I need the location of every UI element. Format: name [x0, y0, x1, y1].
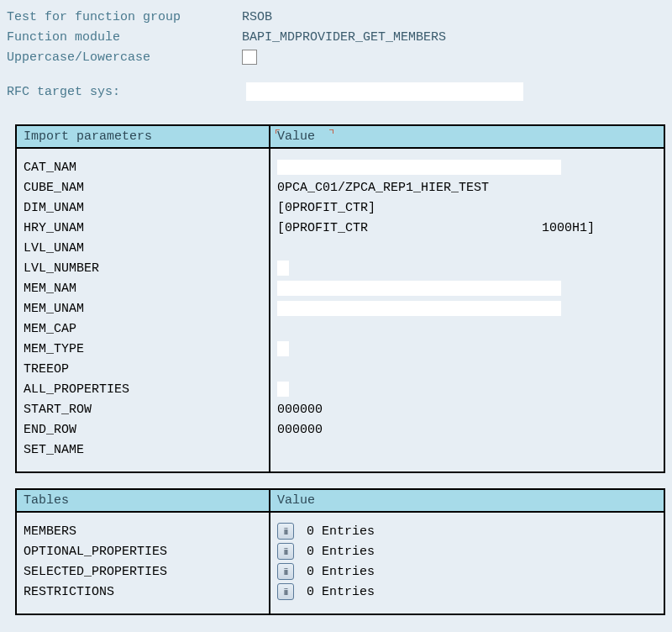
focus-bracket-icon: ⌝	[328, 126, 335, 142]
import-header-row: Import parameters ⌜ Value ⌝	[17, 126, 664, 149]
tables-table: Tables Value MEMBERSOPTIONAL_PROPERTIESS…	[15, 488, 665, 615]
uppercase-lowercase-row: Uppercase/Lowercase	[7, 47, 665, 67]
table-entries-row[interactable]: 0 Entries	[277, 582, 657, 602]
rfc-target-row: RFC target sys:	[7, 82, 665, 101]
param-value[interactable]	[277, 379, 657, 399]
tables-header-param: Tables	[17, 490, 270, 511]
table-name: MEMBERS	[24, 521, 262, 541]
entries-icon[interactable]	[277, 543, 294, 560]
function-module-row: Function module BAPI_MDPROVIDER_GET_MEMB…	[7, 27, 665, 47]
function-module-value: BAPI_MDPROVIDER_GET_MEMBERS	[242, 30, 446, 45]
header-block: Test for function group RSOB Function mo…	[7, 7, 665, 101]
uppercase-lowercase-label: Uppercase/Lowercase	[7, 50, 242, 65]
rfc-target-input[interactable]	[246, 82, 523, 101]
table-entries-row[interactable]: 0 Entries	[277, 541, 657, 561]
table-name: SELECTED_PROPERTIES	[24, 561, 262, 582]
empty-input[interactable]	[277, 281, 561, 296]
param-name: LVL_UNAM	[24, 238, 262, 258]
empty-input[interactable]	[277, 341, 289, 356]
param-name: START_ROW	[24, 399, 262, 419]
import-header-param: Import parameters	[17, 126, 270, 147]
param-name: HRY_UNAM	[24, 218, 262, 238]
param-value[interactable]	[277, 238, 657, 258]
param-value[interactable]: 000000	[277, 399, 657, 419]
param-value[interactable]	[277, 319, 657, 339]
entries-text: 0 Entries	[299, 545, 375, 559]
empty-input[interactable]	[277, 301, 561, 316]
function-group-value: RSOB	[242, 10, 272, 24]
import-param-names-column: CAT_NAMCUBE_NAMDIM_UNAMHRY_UNAMLVL_UNAML…	[17, 149, 270, 471]
param-value[interactable]	[277, 440, 657, 460]
param-value[interactable]	[277, 339, 657, 359]
param-name: END_ROW	[24, 419, 262, 440]
param-name: LVL_NUMBER	[24, 258, 262, 278]
uppercase-lowercase-checkbox[interactable]	[242, 50, 257, 65]
param-value[interactable]: [0PROFIT_CTR]	[277, 198, 657, 218]
import-param-values-column: 0PCA_C01/ZPCA_REP1_HIER_TEST[0PROFIT_CTR…	[270, 149, 664, 471]
empty-input[interactable]	[277, 261, 289, 276]
entries-icon[interactable]	[277, 563, 294, 580]
tables-names-column: MEMBERSOPTIONAL_PROPERTIESSELECTED_PROPE…	[17, 513, 270, 614]
empty-input[interactable]	[277, 382, 289, 397]
param-name: MEM_CAP	[24, 319, 262, 339]
param-name: CUBE_NAM	[24, 177, 262, 198]
param-value[interactable]	[277, 298, 657, 319]
param-value[interactable]	[277, 359, 657, 379]
param-name: TREEOP	[24, 359, 262, 379]
tables-values-column: 0 Entries 0 Entries 0 Entries 0 Entries	[270, 513, 664, 614]
param-value[interactable]: [0PROFIT_CTR 1000H1]	[277, 218, 657, 238]
function-group-row: Test for function group RSOB	[7, 7, 665, 27]
import-header-value-text: Value	[277, 129, 315, 144]
import-parameters-table: Import parameters ⌜ Value ⌝ CAT_NAMCUBE_…	[15, 124, 665, 473]
tables-header-value: Value	[270, 490, 664, 511]
param-value[interactable]	[277, 278, 657, 298]
function-group-label: Test for function group	[7, 10, 242, 24]
table-name: RESTRICTIONS	[24, 582, 262, 602]
entries-icon[interactable]	[277, 583, 294, 600]
param-name: MEM_UNAM	[24, 298, 262, 319]
param-name: MEM_NAM	[24, 278, 262, 298]
param-name: ALL_PROPERTIES	[24, 379, 262, 399]
entries-text: 0 Entries	[299, 585, 375, 599]
tables-header-row: Tables Value	[17, 490, 664, 513]
table-name: OPTIONAL_PROPERTIES	[24, 541, 262, 561]
table-entries-row[interactable]: 0 Entries	[277, 561, 657, 582]
param-value[interactable]: 000000	[277, 419, 657, 440]
entries-icon[interactable]	[277, 523, 294, 540]
param-name: SET_NAME	[24, 440, 262, 460]
param-name: DIM_UNAM	[24, 198, 262, 218]
param-name: CAT_NAM	[24, 157, 262, 177]
empty-input[interactable]	[277, 160, 561, 175]
entries-text: 0 Entries	[299, 524, 375, 539]
entries-text: 0 Entries	[299, 565, 375, 579]
param-value[interactable]: 0PCA_C01/ZPCA_REP1_HIER_TEST	[277, 177, 657, 198]
param-value[interactable]	[277, 258, 657, 278]
param-name: MEM_TYPE	[24, 339, 262, 359]
function-module-label: Function module	[7, 30, 242, 45]
param-value[interactable]	[277, 157, 657, 177]
table-entries-row[interactable]: 0 Entries	[277, 521, 657, 541]
rfc-target-label: RFC target sys:	[7, 85, 246, 99]
import-header-value[interactable]: ⌜ Value ⌝	[270, 126, 664, 147]
